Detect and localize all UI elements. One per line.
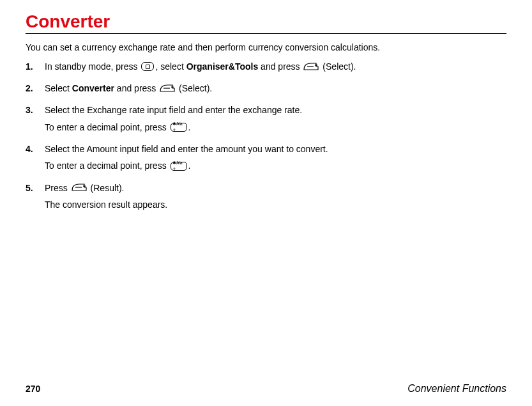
step-1: In standby mode, press , select Organise… [26, 60, 506, 73]
soft-key-icon [303, 62, 319, 72]
page-title: Converter [26, 12, 506, 32]
step-5-pre: Press [45, 183, 70, 193]
step-3-sub-tail: . [188, 122, 191, 132]
center-key-icon [141, 62, 154, 71]
star-key-icon: ✱ A/a ⇧ [171, 123, 187, 132]
step-2-bold: Converter [72, 83, 114, 93]
intro-text: You can set a currency exchange rate and… [26, 42, 506, 54]
step-1-bold: Organiser&Tools [186, 61, 259, 72]
page-number: 270 [26, 384, 40, 394]
step-5-sub: The conversion result appears. [45, 198, 506, 211]
star-key-icon: ✱ A/a ⇧ [171, 162, 187, 171]
step-4-main: Select the Amount input field and enter … [45, 144, 328, 154]
step-2: Select Converter and press (Select). [26, 82, 506, 95]
title-underline [26, 33, 506, 34]
step-5-tail: (Result). [88, 183, 125, 193]
step-3-sub-pre: To enter a decimal point, press [45, 122, 169, 132]
step-4: Select the Amount input field and enter … [26, 143, 506, 173]
page-footer: 270 Convenient Functions [26, 383, 506, 394]
step-2-text-mid: and press [114, 83, 158, 93]
step-2-text-tail: (Select). [176, 83, 212, 93]
step-5: Press (Result). The conversion result ap… [26, 182, 506, 212]
step-1-text-pre: In standby mode, press [45, 61, 140, 72]
step-3-sub: To enter a decimal point, press ✱ A/a ⇧. [45, 121, 506, 134]
step-2-text-pre: Select [45, 83, 72, 93]
steps-list: In standby mode, press , select Organise… [26, 60, 506, 211]
step-4-sub-tail: . [188, 160, 191, 171]
step-4-sub: To enter a decimal point, press ✱ A/a ⇧. [45, 159, 506, 172]
soft-key-icon [160, 84, 175, 93]
step-4-sub-pre: To enter a decimal point, press [45, 160, 169, 171]
section-title: Convenient Functions [407, 383, 506, 394]
step-3-main: Select the Exchange rate input field and… [45, 105, 302, 115]
step-1-text-post: and press [258, 61, 302, 72]
step-1-text-tail: (Select). [320, 61, 356, 72]
step-1-text-mid: , select [155, 61, 186, 72]
soft-key-icon [72, 183, 87, 192]
step-3: Select the Exchange rate input field and… [26, 104, 506, 134]
